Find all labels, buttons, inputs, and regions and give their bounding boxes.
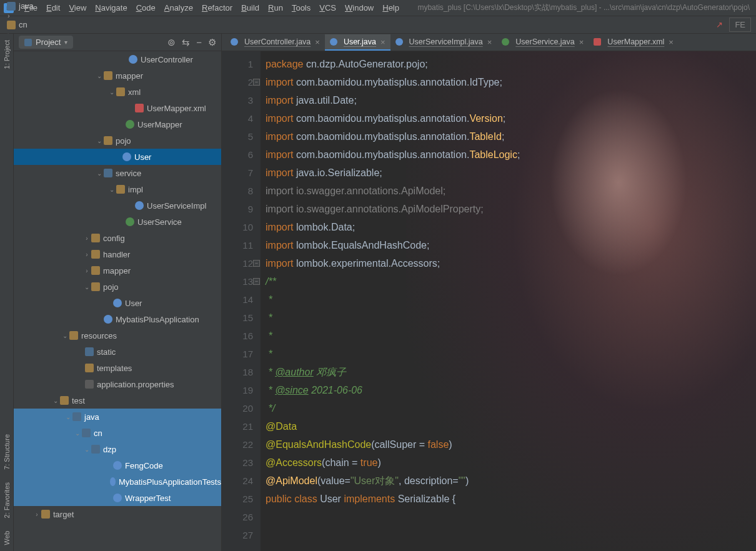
tree-twisty-icon[interactable]: ⌄ xyxy=(95,137,104,144)
menu-tools[interactable]: Tools xyxy=(287,3,315,12)
tree-node[interactable]: User xyxy=(14,149,221,165)
tree-node[interactable]: ›handler xyxy=(14,246,221,262)
editor-tab[interactable]: User.java× xyxy=(325,34,390,51)
tree-twisty-icon[interactable]: › xyxy=(82,251,91,258)
fold-icon[interactable]: − xyxy=(253,278,260,285)
tree-node[interactable]: ⌄xml xyxy=(14,84,221,100)
tree-twisty-icon[interactable]: ⌄ xyxy=(82,284,91,290)
code-line[interactable]: package cn.dzp.AutoGenerator.pojo; xyxy=(266,55,756,73)
code-line[interactable]: @EqualsAndHashCode(callSuper = false) xyxy=(266,435,756,454)
tree-node[interactable]: ›config xyxy=(14,230,221,246)
code-line[interactable]: import com.baomidou.mybatisplus.annotati… xyxy=(266,127,756,146)
tree-twisty-icon[interactable]: ⌄ xyxy=(95,170,104,177)
tree-node[interactable]: ›mapper xyxy=(14,262,221,279)
breadcrumb-item[interactable]: java xyxy=(5,1,74,11)
tree-twisty-icon[interactable]: ⌄ xyxy=(73,430,82,437)
code-line[interactable]: import com.baomidou.mybatisplus.annotati… xyxy=(266,146,756,164)
code-line[interactable]: −import com.baomidou.mybatisplus.annotat… xyxy=(266,73,756,91)
code-line[interactable]: * @since 2021-06-06 xyxy=(266,381,756,399)
tree-twisty-icon[interactable]: › xyxy=(82,267,91,274)
tree-node[interactable]: MybatisPlusApplication xyxy=(14,311,221,327)
fold-icon[interactable]: − xyxy=(253,79,260,86)
code-line[interactable]: import lombok.EqualsAndHashCode; xyxy=(266,236,756,254)
tree-node[interactable]: ⌄service xyxy=(14,165,221,181)
tree-twisty-icon[interactable]: › xyxy=(32,511,41,518)
tab-web[interactable]: Web xyxy=(1,525,12,551)
close-icon[interactable]: × xyxy=(315,37,320,47)
menu-vcs[interactable]: VCS xyxy=(315,3,341,12)
locate-icon[interactable]: ⊚ xyxy=(167,37,176,48)
menu-build[interactable]: Build xyxy=(237,3,264,12)
gear-icon[interactable]: ⚙ xyxy=(208,37,216,48)
tab-favorites[interactable]: 2: Favorites xyxy=(1,476,12,524)
tree-node[interactable]: UserService xyxy=(14,214,221,230)
tree-twisty-icon[interactable]: ⌄ xyxy=(107,89,116,96)
tab-structure[interactable]: 7: Structure xyxy=(1,428,12,476)
code-line[interactable]: import io.swagger.annotations.ApiModelPr… xyxy=(266,200,756,218)
tree-node[interactable]: ⌄pojo xyxy=(14,132,221,149)
editor-tab[interactable]: UserMapper.xml× xyxy=(589,34,679,51)
menu-help[interactable]: Help xyxy=(378,3,404,12)
tree-node[interactable]: ⌄mapper xyxy=(14,67,221,84)
code-line[interactable]: @Data xyxy=(266,417,756,435)
tree-node[interactable]: ⌄dzp xyxy=(14,441,221,457)
tree-node[interactable]: UserMapper xyxy=(14,116,221,132)
tree-twisty-icon[interactable]: ⌄ xyxy=(107,186,116,193)
editor-tab[interactable]: UserController.java× xyxy=(226,34,325,51)
menu-code[interactable]: Code xyxy=(132,3,160,12)
tree-node[interactable]: ⌄test xyxy=(14,392,221,409)
expand-icon[interactable]: ⇆ xyxy=(182,37,190,48)
breadcrumb-item[interactable]: cn xyxy=(5,20,74,29)
menu-analyze[interactable]: Analyze xyxy=(160,3,197,12)
project-tree[interactable]: UserController⌄mapper⌄xmlUserMapper.xmlU… xyxy=(14,51,221,551)
menu-window[interactable]: Window xyxy=(341,3,378,12)
close-icon[interactable]: × xyxy=(669,37,674,47)
menu-refactor[interactable]: Refactor xyxy=(197,3,237,12)
tree-node[interactable]: ›target xyxy=(14,506,221,522)
code-line[interactable]: * @author 邓疯子 xyxy=(266,363,756,381)
code-line[interactable]: * xyxy=(266,327,756,345)
tree-twisty-icon[interactable]: ⌄ xyxy=(82,446,91,453)
code-line[interactable]: import java.util.Date; xyxy=(266,91,756,109)
tree-node[interactable]: User xyxy=(14,295,221,311)
close-icon[interactable]: × xyxy=(579,37,584,47)
tree-twisty-icon[interactable]: › xyxy=(82,235,91,242)
code-line[interactable]: import lombok.Data; xyxy=(266,218,756,236)
code-line[interactable]: @Accessors(chain = true) xyxy=(266,454,756,472)
tree-node[interactable]: templates xyxy=(14,360,221,376)
project-view-selector[interactable]: Project ▾ xyxy=(19,36,73,49)
tree-node[interactable]: WrapperTest xyxy=(14,490,221,506)
code-line[interactable]: * xyxy=(266,290,756,309)
code-line[interactable]: −/** xyxy=(266,272,756,290)
tree-node[interactable]: ⌄resources xyxy=(14,327,221,344)
editor-tab[interactable]: UserServiceImpl.java× xyxy=(390,34,497,51)
tree-twisty-icon[interactable]: ⌄ xyxy=(51,397,60,404)
tree-node[interactable]: UserMapper.xml xyxy=(14,100,221,116)
code-line[interactable]: import com.baomidou.mybatisplus.annotati… xyxy=(266,109,756,127)
code-editor[interactable]: 1234567891011121314151617181920212223242… xyxy=(222,51,756,551)
tree-node[interactable]: MybatisPlusApplicationTests xyxy=(14,474,221,490)
code-line[interactable]: public class User implements Serializabl… xyxy=(266,490,756,508)
menu-run[interactable]: Run xyxy=(264,3,287,12)
tree-node[interactable]: static xyxy=(14,344,221,360)
tree-twisty-icon[interactable]: ⌄ xyxy=(64,414,72,420)
code-line[interactable]: −import lombok.experimental.Accessors; xyxy=(266,254,756,272)
editor-tab[interactable]: UserService.java× xyxy=(497,34,589,51)
code-line[interactable]: */ xyxy=(266,399,756,417)
tree-twisty-icon[interactable]: ⌄ xyxy=(95,72,104,79)
tree-node[interactable]: ⌄java xyxy=(14,409,221,425)
tree-node[interactable]: UserController xyxy=(14,51,221,67)
close-icon[interactable]: × xyxy=(380,37,385,47)
tree-node[interactable]: ⌄cn xyxy=(14,425,221,441)
tree-node[interactable]: application.properties xyxy=(14,376,221,392)
code-line[interactable]: * xyxy=(266,309,756,327)
fold-icon[interactable]: − xyxy=(253,260,260,267)
code-line[interactable]: @ApiModel(value="User对象", description=""… xyxy=(266,472,756,490)
tree-node[interactable]: ⌄pojo xyxy=(14,279,221,295)
tree-node[interactable]: UserServiceImpl xyxy=(14,197,221,214)
tree-node[interactable]: ⌄impl xyxy=(14,181,221,197)
code-line[interactable]: import io.swagger.annotations.ApiModel; xyxy=(266,182,756,200)
tree-twisty-icon[interactable]: ⌄ xyxy=(61,332,69,339)
tab-project[interactable]: 1: Project xyxy=(1,34,12,75)
run-arrow-icon[interactable]: ↗ xyxy=(716,20,723,29)
